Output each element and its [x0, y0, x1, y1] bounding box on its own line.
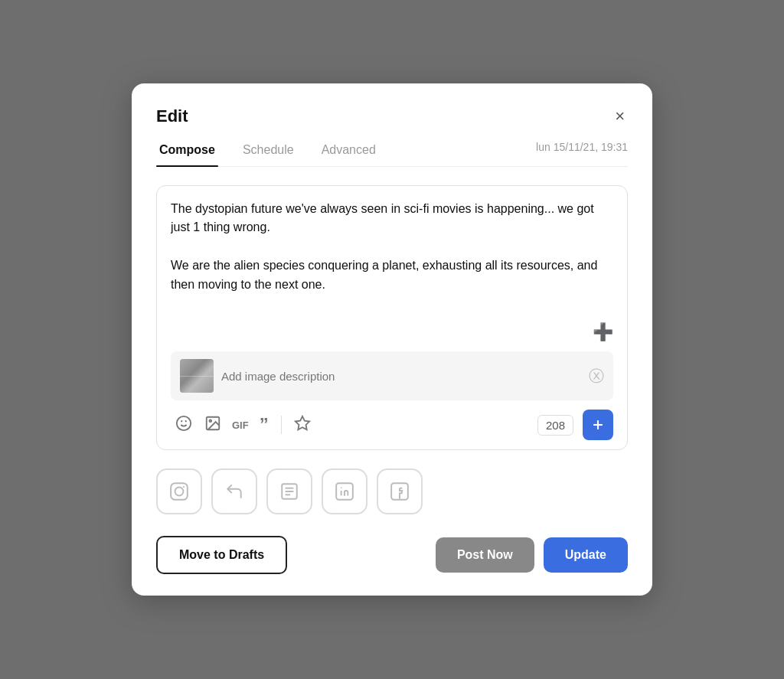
edit-modal: Edit × Compose Schedule Advanced lun 15/… [132, 83, 652, 596]
compose-box: ➕ ⓧ [156, 185, 628, 451]
footer-actions: Post Now Update [436, 537, 628, 573]
close-button[interactable]: × [612, 105, 628, 128]
platforms-row [156, 468, 628, 514]
tab-compose[interactable]: Compose [156, 137, 218, 166]
svg-point-9 [175, 488, 184, 496]
svg-point-10 [183, 486, 185, 488]
image-thumbnail [180, 359, 214, 393]
gif-label: GIF [232, 419, 249, 431]
modal-title: Edit [156, 106, 188, 126]
platform-facebook[interactable] [377, 468, 423, 514]
post-now-button[interactable]: Post Now [436, 537, 534, 573]
star-button[interactable] [289, 410, 315, 439]
modal-header: Edit × [156, 105, 628, 128]
platform-linkedin[interactable] [322, 468, 368, 514]
add-thread-row: ➕ [171, 322, 613, 342]
post-date: lun 15/11/21, 19:31 [536, 141, 628, 162]
svg-point-0 [177, 416, 191, 430]
move-to-drafts-button[interactable]: Move to Drafts [156, 536, 287, 574]
add-post-button[interactable] [583, 410, 613, 440]
platform-reply[interactable] [211, 468, 257, 514]
toolbar-divider [281, 416, 282, 434]
compose-textarea[interactable] [171, 200, 613, 314]
compose-toolbar: GIF ” 208 [171, 410, 613, 440]
platform-article[interactable] [266, 468, 312, 514]
image-description-input[interactable] [221, 370, 581, 383]
modal-backdrop: Edit × Compose Schedule Advanced lun 15/… [0, 0, 784, 679]
svg-point-4 [209, 420, 211, 423]
image-clear-button[interactable]: ⓧ [589, 366, 604, 387]
image-button[interactable] [200, 410, 226, 439]
thumbnail-image [180, 359, 214, 393]
tab-schedule[interactable]: Schedule [240, 137, 297, 166]
footer-row: Move to Drafts Post Now Update [156, 536, 628, 574]
image-description-row: ⓧ [171, 351, 613, 400]
add-thread-button[interactable]: ➕ [593, 322, 613, 342]
svg-rect-8 [171, 484, 188, 501]
platform-instagram[interactable] [156, 468, 202, 514]
quote-button[interactable]: ” [255, 411, 273, 439]
gif-button[interactable]: GIF [229, 416, 252, 435]
char-count: 208 [537, 415, 573, 436]
svg-marker-5 [296, 416, 309, 429]
emoji-button[interactable] [171, 410, 197, 439]
tab-advanced[interactable]: Advanced [318, 137, 379, 166]
tabs-row: Compose Schedule Advanced lun 15/11/21, … [156, 137, 628, 167]
update-button[interactable]: Update [544, 537, 628, 573]
